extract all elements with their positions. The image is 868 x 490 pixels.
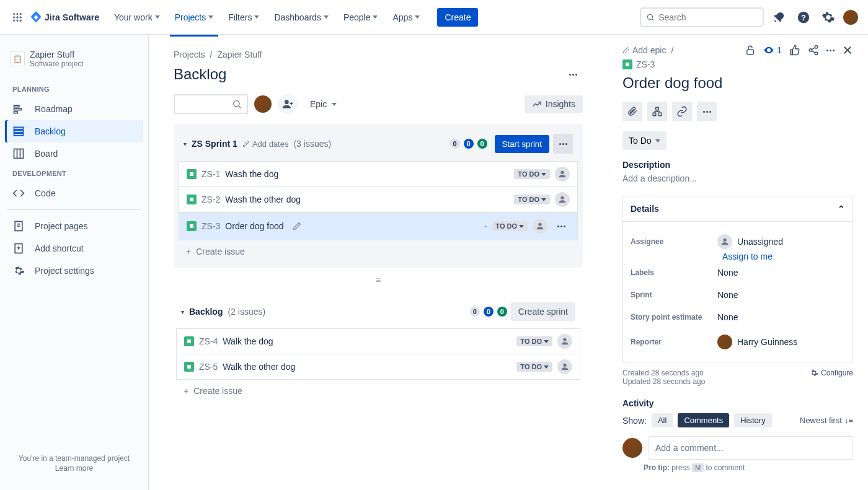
issue-title[interactable]: Order dog food bbox=[622, 74, 853, 92]
settings-icon[interactable] bbox=[818, 7, 838, 27]
assignee-avatar[interactable] bbox=[555, 192, 570, 207]
product-logo[interactable]: Jira Software bbox=[30, 11, 99, 24]
add-dates-button[interactable]: Add dates bbox=[242, 139, 289, 149]
svg-point-24 bbox=[560, 171, 564, 174]
hierarchy-icon bbox=[652, 106, 663, 117]
status-dropdown[interactable]: TO DO bbox=[514, 169, 550, 179]
issue-actions[interactable] bbox=[552, 217, 570, 235]
status-dropdown[interactable]: TO DO bbox=[516, 336, 552, 346]
nav-projects[interactable]: Projects bbox=[170, 9, 219, 26]
status-dropdown[interactable]: TO DO bbox=[516, 362, 552, 372]
comment-input[interactable]: Add a comment... bbox=[649, 436, 853, 460]
collapse-backlog[interactable]: ▾ bbox=[181, 308, 184, 315]
link-button[interactable] bbox=[672, 102, 692, 121]
breadcrumb-projects[interactable]: Projects bbox=[174, 50, 205, 59]
sprint-label: Sprint bbox=[631, 291, 717, 299]
breadcrumb-project[interactable]: Zapier Stuff bbox=[217, 50, 262, 59]
sprint-value[interactable]: None bbox=[717, 290, 738, 300]
status-dropdown[interactable]: TO DO bbox=[492, 221, 528, 231]
plus-icon: + bbox=[184, 386, 188, 396]
sidebar-board[interactable]: Board bbox=[5, 142, 143, 165]
assignee-avatar[interactable] bbox=[555, 167, 570, 182]
create-sprint-button[interactable]: Create sprint bbox=[511, 302, 575, 321]
tab-all[interactable]: All bbox=[652, 413, 673, 427]
issue-row[interactable]: ZS-2Wash the other dogTO DO bbox=[179, 186, 578, 212]
sidebar-shortcut[interactable]: Add shortcut bbox=[5, 237, 143, 260]
assignee-value[interactable]: Unassigned bbox=[717, 234, 783, 249]
pencil-icon[interactable] bbox=[293, 222, 301, 230]
help-icon[interactable]: ? bbox=[794, 7, 813, 27]
epic-filter[interactable]: Epic bbox=[303, 95, 344, 113]
page-actions-menu[interactable] bbox=[563, 64, 583, 84]
issue-row[interactable]: ZS-5Walk the other dogTO DO bbox=[176, 354, 580, 380]
collapse-sprint[interactable]: ▾ bbox=[184, 141, 187, 147]
nav-your-work[interactable]: Your work bbox=[109, 9, 165, 26]
sprint-actions-menu[interactable] bbox=[553, 134, 573, 154]
tab-history[interactable]: History bbox=[734, 413, 771, 427]
svg-point-30 bbox=[815, 46, 818, 49]
watch-button[interactable]: 1 bbox=[763, 45, 782, 56]
create-button[interactable]: Create bbox=[437, 8, 478, 27]
app-switcher-icon[interactable] bbox=[10, 10, 25, 25]
learn-more-link[interactable]: Learn more bbox=[10, 464, 138, 473]
details-toggle[interactable]: Details⌃ bbox=[623, 196, 852, 222]
svg-line-34 bbox=[812, 51, 815, 53]
story-icon bbox=[184, 362, 194, 372]
close-panel[interactable] bbox=[842, 45, 853, 56]
more-actions-button[interactable] bbox=[697, 102, 717, 121]
issue-row[interactable]: ZS-4Walk the dogTO DO bbox=[176, 328, 580, 354]
sidebar-code[interactable]: Code bbox=[5, 182, 143, 204]
sidebar-backlog[interactable]: Backlog bbox=[5, 120, 143, 142]
project-header[interactable]: 📋 Zapier Stuff Software project bbox=[5, 47, 143, 71]
show-label: Show: bbox=[622, 416, 647, 426]
description-field[interactable]: Add a description... bbox=[622, 173, 853, 183]
sidebar-pages[interactable]: Project pages bbox=[5, 215, 143, 237]
nav-apps[interactable]: Apps bbox=[388, 9, 425, 26]
nav-dashboards[interactable]: Dashboards bbox=[269, 9, 334, 26]
global-search[interactable] bbox=[640, 7, 764, 27]
nav-filters[interactable]: Filters bbox=[223, 9, 264, 26]
assignee-avatar[interactable] bbox=[557, 359, 572, 374]
labels-value[interactable]: None bbox=[717, 268, 738, 278]
issue-summary: Walk the dog bbox=[223, 336, 273, 346]
storypoints-value[interactable]: None bbox=[717, 312, 738, 322]
start-sprint-button[interactable]: Start sprint bbox=[495, 135, 549, 153]
sidebar-roadmap[interactable]: Roadmap bbox=[5, 98, 143, 120]
add-epic-button[interactable]: Add epic bbox=[622, 45, 666, 55]
issue-row[interactable]: ZS-3Order dog food-TO DO bbox=[179, 212, 578, 240]
tab-comments[interactable]: Comments bbox=[678, 413, 729, 427]
add-people-button[interactable] bbox=[278, 94, 298, 114]
create-issue-sprint[interactable]: +Create issue bbox=[176, 240, 580, 263]
insights-button[interactable]: Insights bbox=[525, 95, 583, 113]
create-issue-backlog[interactable]: +Create issue bbox=[174, 380, 583, 402]
svg-rect-6 bbox=[14, 112, 18, 113]
page-title: Backlog bbox=[174, 66, 226, 83]
like-icon[interactable] bbox=[789, 45, 800, 56]
svg-rect-8 bbox=[14, 130, 24, 132]
todo-badge: 0 bbox=[450, 139, 460, 149]
user-filter-avatar[interactable] bbox=[253, 94, 273, 114]
notifications-icon[interactable] bbox=[769, 7, 789, 27]
assignee-avatar[interactable] bbox=[557, 334, 572, 349]
share-icon[interactable] bbox=[808, 45, 819, 56]
assignee-avatar[interactable] bbox=[533, 219, 547, 234]
issue-row[interactable]: ZS-1Wash the dogTO DO bbox=[179, 161, 578, 187]
reporter-value[interactable]: Harry Guinness bbox=[717, 335, 797, 349]
status-dropdown[interactable]: TO DO bbox=[514, 195, 550, 204]
sidebar-settings[interactable]: Project settings bbox=[5, 260, 143, 282]
configure-button[interactable]: Configure bbox=[810, 369, 853, 377]
sort-newest[interactable]: Newest first ↓≡ bbox=[800, 416, 853, 425]
child-issue-button[interactable] bbox=[647, 102, 667, 121]
profile-avatar[interactable] bbox=[843, 10, 858, 25]
search-input[interactable] bbox=[658, 12, 758, 22]
status-dropdown[interactable]: To Do bbox=[622, 131, 666, 150]
split-handle[interactable]: ≡ bbox=[174, 268, 583, 292]
assign-to-me[interactable]: Assign to me bbox=[722, 252, 845, 261]
attach-button[interactable] bbox=[622, 102, 642, 121]
project-icon: 📋 bbox=[10, 51, 25, 66]
nav-people[interactable]: People bbox=[339, 9, 383, 26]
lock-icon[interactable] bbox=[745, 45, 756, 56]
backlog-search[interactable] bbox=[174, 94, 248, 114]
more-actions[interactable] bbox=[826, 50, 835, 51]
issue-key[interactable]: ZS-3 bbox=[636, 59, 655, 69]
